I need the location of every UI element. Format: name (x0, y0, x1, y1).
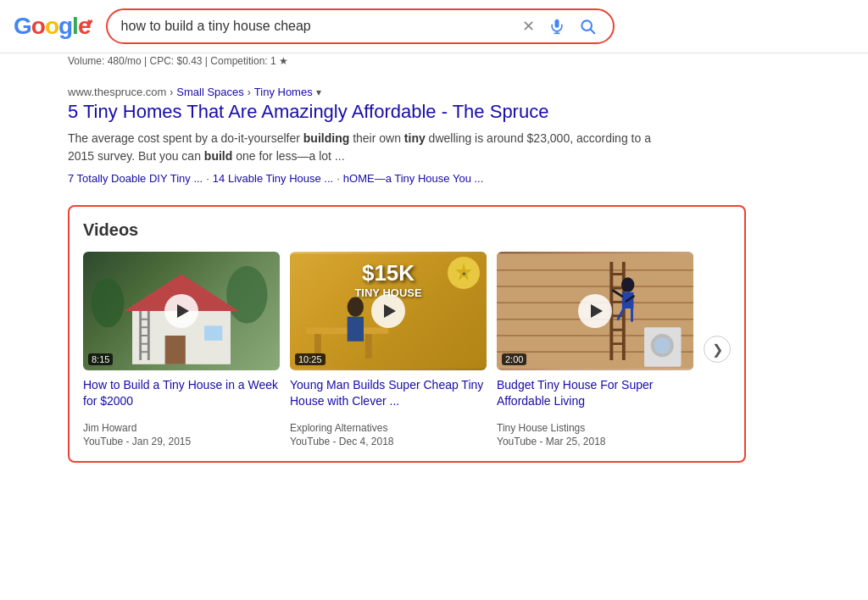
result-url: www.thespruce.com › Small Spaces › Tiny … (68, 86, 800, 98)
header: Google♥ how to build a tiny house cheap … (0, 0, 868, 53)
play-button-1[interactable] (164, 294, 198, 328)
video-card-1[interactable]: 8:15 How to Build a Tiny House in a Week… (83, 252, 280, 447)
video-duration-1: 8:15 (88, 353, 113, 365)
result-description: The average cost spent by a do-it-yourse… (68, 130, 678, 165)
breadcrumb-small-spaces[interactable]: Small Spaces (176, 86, 243, 98)
svg-point-5 (92, 278, 125, 327)
microphone-icon[interactable] (545, 18, 569, 35)
video-duration-2: 10:25 (295, 353, 326, 365)
video-channel-1: Jim Howard YouTube - Jan 29, 2015 (83, 415, 280, 447)
svg-point-22 (348, 297, 364, 316)
clear-button[interactable]: ✕ (519, 17, 538, 36)
breadcrumb-sep-1: › (170, 86, 173, 98)
play-triangle-2 (384, 304, 396, 318)
link-sep-1: · (206, 172, 209, 185)
svg-text:✦: ✦ (461, 270, 467, 278)
video-thumbnail-2[interactable]: $15K TINY HOUSE ✦ 10:25 (290, 252, 487, 370)
video-card-3[interactable]: 2:00 Budget Tiny House For Super Afforda… (497, 252, 693, 447)
breadcrumb-tiny-homes[interactable]: Tiny Homes (254, 86, 313, 98)
channel-name-3: Tiny House Listings (497, 422, 693, 434)
link-sep-2: · (337, 172, 340, 185)
breadcrumb-sep-2: › (248, 86, 251, 98)
video-thumbnail-3[interactable]: 2:00 (497, 252, 693, 370)
videos-grid: 8:15 How to Build a Tiny House in a Week… (83, 252, 731, 447)
result-link-1[interactable]: 7 Totally Doable DIY Tiny ... (68, 172, 203, 185)
video-meta-2: YouTube - Dec 4, 2018 (290, 436, 394, 447)
svg-rect-0 (554, 19, 559, 28)
videos-next-button[interactable]: ❯ (704, 336, 731, 363)
video-channel-3: Tiny House Listings YouTube - Mar 25, 20… (497, 415, 693, 447)
result-link-2[interactable]: 14 Livable Tiny House ... (213, 172, 333, 185)
svg-rect-10 (204, 325, 222, 340)
svg-rect-9 (165, 336, 186, 364)
main-content: www.thespruce.com › Small Spaces › Tiny … (0, 72, 868, 476)
videos-section: Videos (68, 205, 746, 463)
dropdown-icon[interactable]: ▾ (316, 86, 321, 98)
svg-point-6 (226, 265, 267, 323)
result-domain: www.thespruce.com (68, 86, 166, 98)
heart-icon: ♥ (86, 16, 92, 28)
video-meta-3: YouTube - Mar 25, 2018 (497, 436, 606, 447)
search-input[interactable]: how to build a tiny house cheap (121, 19, 512, 34)
result-links: 7 Totally Doable DIY Tiny ... · 14 Livab… (68, 172, 800, 185)
volume-info: Volume: 480/mo | CPC: $0.43 | Competitio… (0, 53, 868, 72)
video-duration-3: 2:00 (502, 353, 526, 365)
search-bar: how to build a tiny house cheap ✕ (106, 8, 615, 44)
play-button-3[interactable] (578, 294, 612, 328)
channel-name-1: Jim Howard (83, 422, 280, 434)
svg-rect-21 (365, 334, 372, 358)
play-triangle-1 (177, 304, 189, 318)
video-card-2[interactable]: $15K TINY HOUSE ✦ 10:25 You (290, 252, 487, 447)
play-triangle-3 (591, 304, 603, 318)
video-channel-2: Exploring Alternatives YouTube - Dec 4, … (290, 415, 487, 447)
search-icon[interactable] (576, 18, 599, 35)
svg-line-4 (590, 30, 594, 34)
svg-rect-23 (348, 316, 364, 341)
video-thumbnail-1[interactable]: 8:15 (83, 252, 280, 370)
play-button-2[interactable] (371, 294, 405, 328)
video-title-2[interactable]: Young Man Builds Super Cheap Tiny House … (290, 377, 487, 410)
video-title-3[interactable]: Budget Tiny House For Super Affordable L… (497, 377, 693, 410)
svg-point-40 (621, 277, 634, 292)
result-link-3[interactable]: hOME—a Tiny House You ... (343, 172, 483, 185)
videos-section-title: Videos (83, 220, 731, 240)
google-logo: Google♥ (14, 13, 96, 40)
svg-point-48 (654, 337, 670, 353)
result-title[interactable]: 5 Tiny Homes That Are Amazingly Affordab… (68, 100, 800, 125)
video-title-1[interactable]: How to Build a Tiny House in a Week for … (83, 377, 280, 410)
video-meta-1: YouTube - Jan 29, 2015 (83, 436, 191, 447)
channel-name-2: Exploring Alternatives (290, 422, 487, 434)
badge-2: ✦ (448, 257, 480, 289)
